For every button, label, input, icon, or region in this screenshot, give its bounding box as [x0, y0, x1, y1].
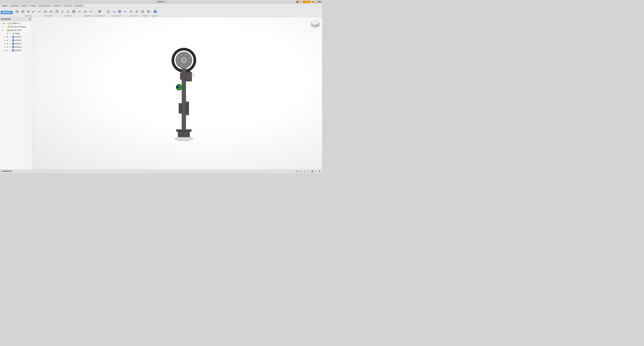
- browser-settings-icon[interactable]: ⚙: [29, 18, 31, 20]
- vis-icon-a2300[interactable]: ◉: [6, 46, 8, 48]
- folder-icon-named-views: [7, 29, 10, 32]
- tab-sheet-metal[interactable]: SHEET METAL: [37, 4, 52, 7]
- svg-point-7: [38, 11, 39, 12]
- more-modify-button[interactable]: [77, 9, 82, 14]
- tree-item-a2000[interactable]: ▶ ◉ ◎ A2000.1: [0, 35, 32, 38]
- construct-label[interactable]: CONSTRUCT ▾: [111, 15, 122, 17]
- angle-plane-button[interactable]: [111, 9, 116, 14]
- vis-icon-root[interactable]: ◉: [3, 22, 5, 24]
- more-construct-button[interactable]: [122, 9, 128, 14]
- tab-surface[interactable]: SURFACE: [9, 4, 20, 7]
- expand-doc-settings[interactable]: ▶: [2, 26, 4, 28]
- light-icon-root[interactable]: ◎: [6, 22, 8, 24]
- expand-a2300[interactable]: ▶: [4, 46, 6, 48]
- modify-label[interactable]: MODIFY ▾: [65, 15, 72, 17]
- vis-icon-a2000[interactable]: ◉: [6, 36, 8, 38]
- light-icon-a2400[interactable]: ◎: [9, 49, 11, 52]
- inspect-label[interactable]: INSPECT ▾: [130, 15, 138, 17]
- sweep-button[interactable]: [31, 9, 36, 14]
- new-tab-button[interactable]: +: [299, 1, 301, 3]
- tree-item-a2100[interactable]: ▶ ◉ ◎ A2100.1: [0, 38, 32, 42]
- help-icon[interactable]: ?: [317, 1, 318, 3]
- expand-named-views[interactable]: ▶: [2, 29, 4, 31]
- tree-item-root[interactable]: ▼ ◉ ◎ X2000 v1 ▾: [0, 22, 32, 25]
- tree-item-a2300[interactable]: ▶ ◉ ◎ A2300.1: [0, 45, 32, 49]
- tree-item-a2200[interactable]: ▶ ◉ ◎ A2200.1: [0, 42, 32, 45]
- design-mode-dropdown[interactable]: DESIGN ▾: [1, 11, 13, 14]
- bottom-bar: COMMENTS ⌂ ⇄ 🔍 🔍 □ ▦ △ ⚙: [0, 169, 322, 173]
- select-btn-1[interactable]: [152, 9, 158, 14]
- tab-manage[interactable]: MANAGE: [74, 4, 84, 7]
- display-icon[interactable]: △: [314, 170, 317, 173]
- automate-label[interactable]: AUTOMATE ▾: [44, 15, 53, 17]
- zoom-in-icon[interactable]: 🔍: [303, 170, 306, 173]
- insert-btn-2[interactable]: [146, 9, 151, 14]
- tab-plastic[interactable]: PLASTIC: [52, 4, 62, 7]
- svg-point-20: [78, 11, 79, 12]
- new-component-button[interactable]: [14, 9, 20, 14]
- tree-item-origin[interactable]: ▶ ◉ ◎ Origin: [0, 32, 32, 35]
- configure-label[interactable]: CONFIGURE ▾: [94, 15, 105, 17]
- bottom-settings-icon[interactable]: ⚙: [318, 170, 321, 173]
- more-assemble-button[interactable]: [88, 9, 94, 14]
- zoom-out-icon[interactable]: 🔍: [300, 170, 302, 173]
- extrude-button[interactable]: [20, 9, 25, 14]
- light-icon-a2200[interactable]: ◎: [9, 42, 11, 45]
- tree-item-a2400[interactable]: ▶ ◉ ◎ A2400.1: [0, 49, 32, 52]
- insert-label[interactable]: INSERT ▾: [142, 15, 149, 17]
- expand-a2000[interactable]: ▶: [4, 36, 6, 38]
- close-button[interactable]: ×: [296, 1, 298, 3]
- expand-a2400[interactable]: ▶: [4, 49, 6, 52]
- view-icon[interactable]: □: [307, 170, 310, 173]
- vis-icon-a2100[interactable]: ◉: [6, 39, 8, 42]
- vis-icon-a2200[interactable]: ◉: [6, 42, 8, 45]
- svg-rect-59: [12, 40, 14, 41]
- sync-icon[interactable]: ⇄: [296, 170, 299, 173]
- light-icon-a2000[interactable]: ◎: [9, 36, 11, 38]
- midplane-button[interactable]: [117, 9, 122, 14]
- vis-icon-a2400[interactable]: ◉: [6, 49, 8, 52]
- light-icon-a2100[interactable]: ◎: [9, 39, 11, 42]
- vis-icon-origin[interactable]: ◉: [6, 32, 8, 35]
- home-icon[interactable]: ⌂: [292, 170, 295, 173]
- light-icon-origin[interactable]: ◎: [9, 32, 11, 35]
- tab-mesh[interactable]: MESH: [20, 4, 28, 7]
- tab-solid[interactable]: SOLID: [1, 4, 9, 7]
- navigation-cube[interactable]: TOP FRONT RIGHT: [310, 19, 320, 29]
- automate-btn-2[interactable]: [48, 9, 54, 14]
- toolbar-section-select: SELECT ▾: [152, 8, 159, 17]
- more-create-button[interactable]: [37, 9, 42, 14]
- expand-root[interactable]: ▼: [1, 22, 3, 24]
- insert-tools: [140, 8, 151, 15]
- user-icon[interactable]: MC: [318, 1, 322, 3]
- bell-icon[interactable]: 🔔: [314, 1, 316, 3]
- shell-button[interactable]: [71, 9, 76, 14]
- expand-a2200[interactable]: ▶: [4, 42, 6, 44]
- insert-btn-1[interactable]: [140, 9, 146, 14]
- viewport[interactable]: TOP FRONT RIGHT: [32, 17, 322, 169]
- menu-bar: SOLID SURFACE MESH FORM SHEET METAL PLAS…: [0, 4, 322, 8]
- create-label[interactable]: CREATE ▾: [25, 15, 32, 17]
- fillet-button[interactable]: [60, 9, 66, 14]
- configure-btn-1[interactable]: [97, 9, 102, 14]
- tree-item-named-views[interactable]: ▶ Named Views: [0, 28, 32, 32]
- component-icon-a2200: [12, 42, 14, 45]
- expand-a2100[interactable]: ▶: [4, 39, 6, 41]
- chamfer-button[interactable]: [66, 9, 71, 14]
- inspect-btn-2[interactable]: [134, 9, 140, 14]
- offset-plane-button[interactable]: [106, 9, 111, 14]
- grid-icon[interactable]: ▦: [310, 170, 314, 173]
- light-icon-a2300[interactable]: ◎: [9, 46, 11, 48]
- select-label[interactable]: SELECT ▾: [152, 15, 159, 17]
- inspect-btn-1[interactable]: [128, 9, 134, 14]
- joint-button[interactable]: [83, 9, 88, 14]
- tree-item-doc-settings[interactable]: ▶ Document Settings: [0, 25, 32, 28]
- press-pull-button[interactable]: [54, 9, 60, 14]
- tab-form[interactable]: FORM: [29, 4, 37, 7]
- gear-icon[interactable]: ⚙: [312, 1, 314, 3]
- automate-btn-1[interactable]: [43, 9, 48, 14]
- revolve-button[interactable]: [26, 9, 31, 14]
- svg-rect-3: [22, 12, 24, 12]
- tab-utilities[interactable]: UTILITIES: [62, 4, 74, 7]
- assemble-label[interactable]: ASSEMBLE ▾: [84, 15, 93, 17]
